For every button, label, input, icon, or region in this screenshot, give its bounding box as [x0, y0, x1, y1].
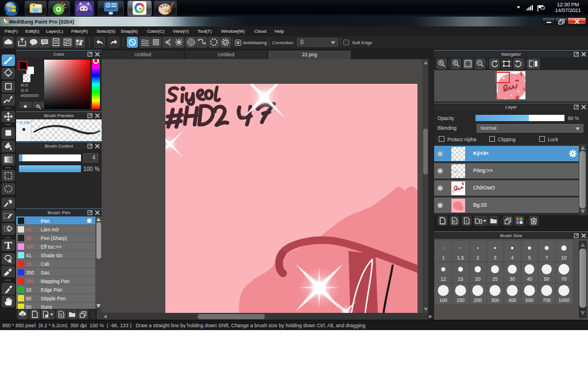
svg-text:2: 2 [477, 255, 479, 261]
svg-text:3: 3 [494, 255, 497, 261]
svg-text:5: 5 [528, 255, 531, 261]
svg-text:50: 50 [544, 276, 550, 282]
svg-text:25: 25 [492, 276, 498, 282]
svg-text:15: 15 [458, 276, 463, 282]
svg-text:200: 200 [474, 297, 482, 303]
svg-text:7: 7 [546, 255, 548, 261]
svg-text:10: 10 [561, 255, 567, 261]
svg-text:400: 400 [508, 297, 516, 303]
svg-text:500: 500 [525, 297, 533, 303]
svg-text:40: 40 [527, 276, 532, 282]
svg-text:1: 1 [442, 255, 445, 261]
svg-text:20: 20 [475, 276, 481, 282]
svg-text:1: 1 [466, 219, 468, 223]
svg-text:30: 30 [509, 276, 515, 282]
svg-text:4: 4 [511, 255, 514, 261]
svg-text:700: 700 [543, 297, 551, 303]
svg-text:150: 150 [457, 297, 465, 303]
svg-text:1000: 1000 [559, 297, 570, 303]
svg-text:S: S [60, 313, 63, 317]
svg-text:8: 8 [453, 219, 455, 223]
svg-text:70: 70 [561, 276, 567, 282]
svg-text:1.5: 1.5 [457, 255, 464, 261]
svg-text:Po: Po [453, 169, 458, 174]
svg-text:300: 300 [491, 297, 499, 303]
svg-text:100: 100 [439, 297, 447, 303]
svg-text:12: 12 [440, 276, 446, 282]
